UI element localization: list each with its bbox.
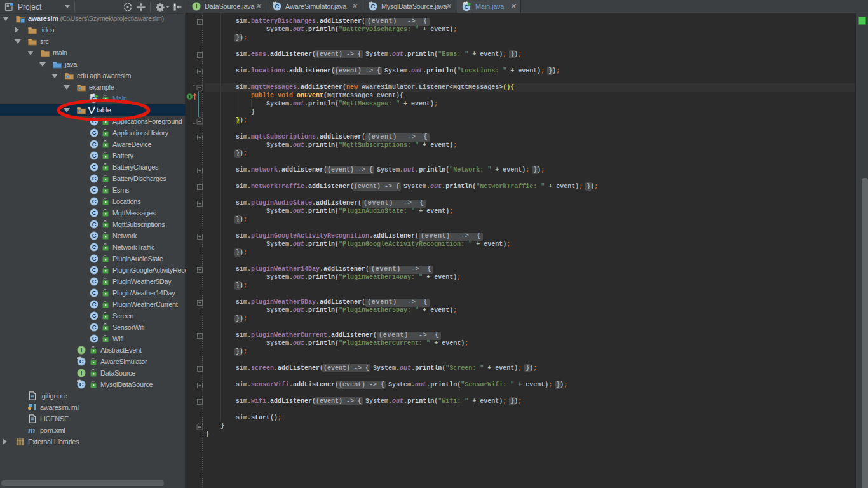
- svg-text:I: I: [189, 94, 190, 100]
